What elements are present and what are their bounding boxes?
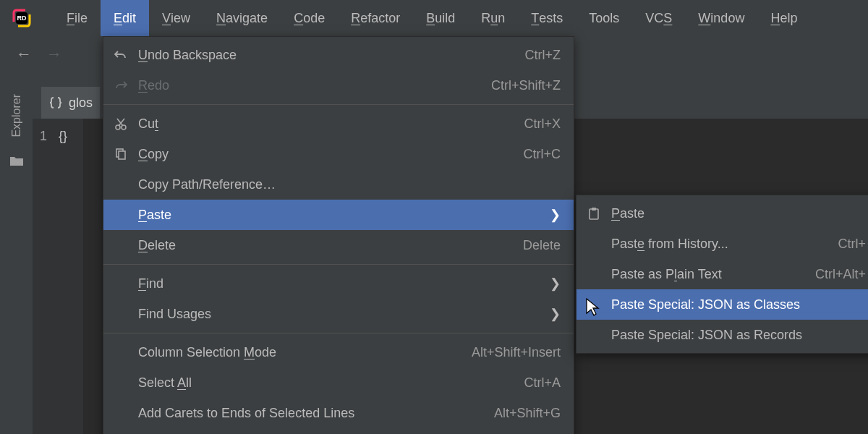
menu-shortcut: Ctrl+Shift+Z: [491, 78, 561, 93]
menu-shortcut: Ctrl+: [838, 237, 866, 252]
menu-item-cut[interactable]: CutCtrl+X: [103, 109, 574, 139]
braces-icon: {}: [59, 129, 67, 144]
menu-item-add-carets-to-ends-of-selected-lines[interactable]: Add Carets to Ends of Selected LinesAlt+…: [103, 398, 574, 428]
menu-item-delete[interactable]: DeleteDelete: [103, 230, 574, 260]
menubar-item-navigate[interactable]: Navigate: [203, 0, 281, 36]
line-number: 1: [40, 129, 50, 144]
menu-separator: [103, 264, 574, 265]
menu-shortcut: Ctrl+A: [524, 375, 561, 391]
menu-shortcut: Ctrl+Z: [525, 48, 561, 63]
submenu-arrow-icon: ❯: [550, 207, 561, 223]
explorer-tool-window-button[interactable]: Explorer: [10, 94, 23, 137]
redo-icon: [103, 78, 138, 93]
menu-item-select-all[interactable]: Select AllCtrl+A: [103, 367, 574, 398]
menu-item-label: Column Selection Mode: [138, 345, 457, 360]
menu-item-paste-as-plain-text[interactable]: Paste as Plain TextCtrl+Alt+: [576, 259, 868, 289]
copy-icon: [103, 147, 138, 161]
menubar-item-vcs[interactable]: VCS: [632, 0, 685, 36]
menu-shortcut: Alt+Shift+Insert: [472, 345, 561, 360]
menu-shortcut: Ctrl+C: [523, 147, 561, 162]
undo-icon: [103, 48, 138, 62]
menu-shortcut: Alt+Shift+G: [494, 406, 561, 421]
menu-shortcut: Ctrl+Alt+: [815, 267, 866, 282]
menu-item-paste-special-json-as-records[interactable]: Paste Special: JSON as Records: [576, 320, 868, 350]
menu-item-label: Find: [138, 276, 544, 292]
menu-item-find[interactable]: Find❯: [103, 268, 574, 299]
menu-item-paste[interactable]: Paste❯: [103, 200, 574, 230]
menubar-item-file[interactable]: File: [54, 0, 101, 36]
menu-item-paste-from-history[interactable]: Paste from History...Ctrl+: [576, 229, 868, 259]
menubar-item-run[interactable]: Run: [468, 0, 518, 36]
menu-shortcut: Delete: [523, 238, 561, 253]
menu-item-label: Undo Backspace: [138, 48, 511, 63]
svg-rect-5: [119, 151, 125, 159]
paste-submenu: PastePaste from History...Ctrl+Paste as …: [576, 195, 868, 354]
menu-separator: [103, 333, 574, 333]
menu-item-copy[interactable]: CopyCtrl+C: [103, 139, 574, 169]
menubar-item-tests[interactable]: Tests: [518, 0, 576, 36]
menu-shortcut: Ctrl+X: [524, 116, 561, 132]
folder-icon[interactable]: [9, 155, 24, 166]
menu-item-redo[interactable]: RedoCtrl+Shift+Z: [103, 70, 574, 101]
menubar-item-help[interactable]: Help: [757, 0, 810, 36]
menu-item-label: Find Usages: [138, 307, 544, 322]
editor-tab[interactable]: glos: [41, 87, 100, 119]
nav-back-button[interactable]: ←: [16, 45, 32, 64]
menubar-item-tools[interactable]: Tools: [576, 0, 632, 36]
menu-item-paste-special-json-as-classes[interactable]: Paste Special: JSON as Classes: [576, 289, 868, 320]
menubar-item-edit[interactable]: Edit: [101, 0, 149, 36]
menubar-item-view[interactable]: View: [149, 0, 203, 36]
nav-forward-button[interactable]: →: [46, 45, 62, 64]
svg-rect-7: [592, 208, 596, 210]
menubar-item-build[interactable]: Build: [413, 0, 468, 36]
menubar-item-window[interactable]: Window: [685, 0, 757, 36]
svg-rect-6: [590, 209, 598, 219]
json-file-icon: [48, 95, 63, 110]
menu-separator: [103, 104, 574, 105]
menu-item-label: Add Carets to Ends of Selected Lines: [138, 406, 480, 421]
menu-item-column-selection-mode[interactable]: Column Selection ModeAlt+Shift+Insert: [103, 337, 574, 367]
menubar: RD FileEditViewNavigateCodeRefactorBuild…: [0, 0, 868, 36]
menu-item-label: Paste: [611, 206, 866, 221]
menu-item-label: Copy: [138, 147, 509, 162]
menu-item-label: Paste Special: JSON as Records: [611, 328, 866, 343]
menu-item-label: Paste Special: JSON as Classes: [611, 297, 866, 312]
menubar-item-code[interactable]: Code: [281, 0, 338, 36]
menu-item-label: Cut: [138, 116, 509, 132]
paste-icon: [576, 206, 611, 221]
edit-menu: Undo BackspaceCtrl+ZRedoCtrl+Shift+ZCutC…: [103, 36, 574, 434]
submenu-arrow-icon: ❯: [550, 306, 561, 322]
menu-item-undo-backspace[interactable]: Undo BackspaceCtrl+Z: [103, 40, 574, 70]
editor-tab-label: glos: [69, 95, 93, 111]
menu-item-label: Copy Path/Reference…: [138, 177, 561, 192]
menu-item-extend-selection[interactable]: Extend SelectionCtrl+W: [103, 428, 574, 434]
submenu-arrow-icon: ❯: [550, 276, 561, 292]
menu-item-label: Delete: [138, 238, 509, 253]
menu-item-label: Paste from History...: [611, 237, 823, 252]
menu-item-copy-path-reference[interactable]: Copy Path/Reference…: [103, 169, 574, 200]
app-icon: RD: [10, 7, 33, 30]
cut-icon: [103, 116, 138, 131]
menu-item-label: Select All: [138, 375, 509, 391]
menu-item-find-usages[interactable]: Find Usages❯: [103, 299, 574, 329]
side-rail: Explorer: [0, 72, 33, 434]
menu-item-label: Paste as Plain Text: [611, 267, 801, 282]
editor-gutter: 1 {}: [33, 119, 83, 434]
menu-item-label: Paste: [138, 208, 544, 223]
menubar-item-refactor[interactable]: Refactor: [338, 0, 413, 36]
menu-item-paste[interactable]: Paste: [576, 198, 868, 229]
menu-item-label: Redo: [138, 78, 477, 93]
svg-text:RD: RD: [17, 14, 27, 22]
